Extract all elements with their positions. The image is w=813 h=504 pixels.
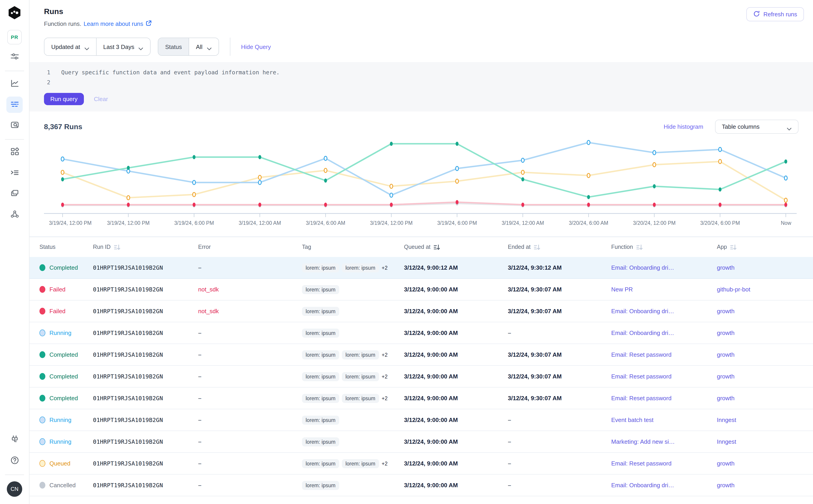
tag-pill: lorem: ipsum — [302, 415, 339, 424]
time-range-dropdown[interactable]: Last 3 Days — [96, 38, 150, 55]
refresh-icon — [753, 10, 760, 18]
sidebar-item-filters[interactable] — [6, 49, 23, 65]
function-link[interactable]: Email: Reset password — [611, 373, 672, 380]
sidebar-item-help[interactable] — [6, 453, 23, 469]
sort-icon[interactable] — [534, 244, 541, 250]
app-link[interactable]: growth — [717, 308, 735, 315]
sort-icon[interactable] — [730, 244, 737, 250]
status-label: Completed — [49, 395, 78, 402]
svg-text:3/20/24, 6:00 AM: 3/20/24, 6:00 AM — [569, 220, 608, 226]
sidebar: PR — [0, 0, 29, 504]
svg-text:3/19/24, 12:00 PM: 3/19/24, 12:00 PM — [49, 220, 92, 226]
page-title: Runs — [44, 7, 152, 16]
app-link[interactable]: growth — [717, 482, 735, 489]
app-link[interactable]: Inngest — [717, 438, 736, 445]
table-row[interactable]: Running 01HRPT19RJSA1019B2GN – lorem: ip… — [29, 322, 813, 344]
sort-icon[interactable] — [434, 244, 441, 250]
ended-at: 3/12/24, 9:30:07 AM — [508, 395, 562, 402]
sidebar-item-search[interactable] — [6, 117, 23, 134]
app-link[interactable]: growth — [717, 351, 735, 358]
sidebar-item-apps[interactable] — [6, 144, 23, 160]
sidebar-item-webhooks[interactable] — [6, 207, 23, 223]
app-link[interactable]: growth — [717, 330, 735, 336]
function-link[interactable]: Email: Onboarding dri… — [611, 482, 674, 489]
function-link[interactable]: Marketing: Add new si… — [611, 438, 675, 445]
learn-more-link[interactable]: Learn more about runs — [84, 20, 152, 28]
tag-list: lorem: ipsumlorem: ipsum+2 — [302, 350, 388, 359]
clear-query-button[interactable]: Clear — [94, 96, 108, 102]
refresh-runs-button[interactable]: Refresh runs — [746, 7, 804, 21]
table-row[interactable]: Completed 01HRPT19RJSA1019B2GN – lorem: … — [29, 388, 813, 409]
column-header[interactable]: Run ID — [89, 244, 194, 250]
table-row[interactable]: Completed 01HRPT19RJSA1019B2GN – lorem: … — [29, 366, 813, 388]
queued-at: 3/12/24, 9:00:00 AM — [404, 395, 458, 402]
app-link[interactable]: Inngest — [717, 417, 736, 423]
status-dot — [39, 373, 45, 380]
table-row[interactable]: Queued 01HRPT19RJSA1019B2GN – lorem: ips… — [29, 453, 813, 475]
column-header[interactable]: App — [713, 244, 808, 250]
table-row[interactable]: Failed 01HRPT19RJSA1019B2GN not_sdk lore… — [29, 279, 813, 300]
sidebar-item-events[interactable] — [6, 186, 23, 202]
sidebar-item-dev-server[interactable] — [6, 432, 23, 448]
app-link[interactable]: growth — [717, 395, 735, 402]
function-link[interactable]: Email: Onboarding dri… — [611, 308, 674, 315]
status-label: Running — [49, 330, 71, 336]
error-value: – — [198, 395, 201, 402]
stacked-windows-icon — [10, 189, 19, 199]
page-subtitle: Function runs. — [44, 20, 81, 27]
app-link[interactable]: github-pr-bot — [717, 286, 750, 293]
status-filter-dropdown[interactable]: All — [189, 38, 218, 55]
function-link[interactable]: Email: Reset password — [611, 395, 672, 402]
query-line-1[interactable]: 1 Query specific function data and event… — [44, 68, 798, 78]
column-header-label: Error — [198, 244, 211, 250]
query-line-2[interactable]: 2 — [44, 78, 798, 87]
function-link[interactable]: Email: Onboarding dri… — [611, 330, 674, 336]
function-link[interactable]: Event batch test — [611, 417, 653, 423]
function-link[interactable]: New PR — [611, 286, 633, 293]
tag-overflow-count: +2 — [381, 374, 387, 379]
table-row[interactable]: Failed 01HRPT19RJSA1019B2GN not_sdk lore… — [29, 300, 813, 322]
run-id: 01HRPT19RJSA1019B2GN — [93, 373, 163, 380]
table-row[interactable]: Completed 01HRPT19RJSA1019B2GN – lorem: … — [29, 257, 813, 279]
user-avatar[interactable]: CN — [7, 481, 22, 497]
sort-icon[interactable] — [114, 244, 121, 250]
svg-text:3/19/24, 12:00 AM: 3/19/24, 12:00 AM — [502, 220, 544, 226]
sidebar-item-functions[interactable] — [6, 165, 23, 181]
app-link[interactable]: growth — [717, 264, 735, 271]
status-dot — [39, 395, 45, 402]
runs-count: 8,367 Runs — [44, 123, 82, 131]
table-row[interactable]: Completed 01HRPT19RJSA1019B2GN – lorem: … — [29, 344, 813, 366]
table-columns-dropdown[interactable]: Table columns — [715, 120, 798, 134]
table-row[interactable]: Running 01HRPT19RJSA1019B2GN – lorem: ip… — [29, 409, 813, 431]
external-link-icon — [145, 20, 152, 28]
function-link[interactable]: Email: Reset password — [611, 460, 672, 467]
sidebar-item-metrics[interactable] — [6, 76, 23, 92]
hide-query-link[interactable]: Hide Query — [241, 43, 271, 50]
status-cell: Failed — [36, 308, 89, 315]
status-filter-label: Status — [158, 38, 189, 55]
table-row[interactable]: Cancelled 01HRPT19RJSA1019B2GN – lorem: … — [29, 475, 813, 496]
column-header[interactable]: Function — [608, 244, 713, 250]
column-header[interactable]: Ended at — [504, 244, 608, 250]
function-link[interactable]: Email: Onboarding dri… — [611, 264, 674, 271]
hide-histogram-link[interactable]: Hide histogram — [664, 123, 703, 130]
plug-icon — [10, 435, 19, 445]
app-link[interactable]: growth — [717, 373, 735, 380]
column-header[interactable]: Tag — [298, 244, 400, 250]
tag-list: lorem: ipsumlorem: ipsum+2 — [302, 372, 388, 381]
column-header[interactable]: Error — [194, 244, 298, 250]
runs-section: 8,367 Runs Hide histogram Table columns … — [29, 111, 813, 231]
table-row[interactable]: Running 01HRPT19RJSA1019B2GN – lorem: ip… — [29, 431, 813, 453]
status-dot — [39, 417, 45, 423]
column-header[interactable]: Queued at — [400, 244, 504, 250]
sidebar-item-runs[interactable] — [6, 97, 23, 113]
tag-pill: lorem: ipsum — [302, 437, 339, 446]
run-query-button[interactable]: Run query — [44, 93, 84, 105]
sort-icon[interactable] — [636, 244, 643, 250]
time-field-dropdown[interactable]: Updated at — [44, 38, 96, 55]
column-header[interactable]: Status — [36, 244, 89, 250]
environment-badge[interactable]: PR — [7, 30, 22, 44]
function-link[interactable]: Email: Reset password — [611, 351, 672, 358]
app-link[interactable]: growth — [717, 460, 735, 467]
queued-at: 3/12/24, 9:00:00 AM — [404, 351, 458, 358]
